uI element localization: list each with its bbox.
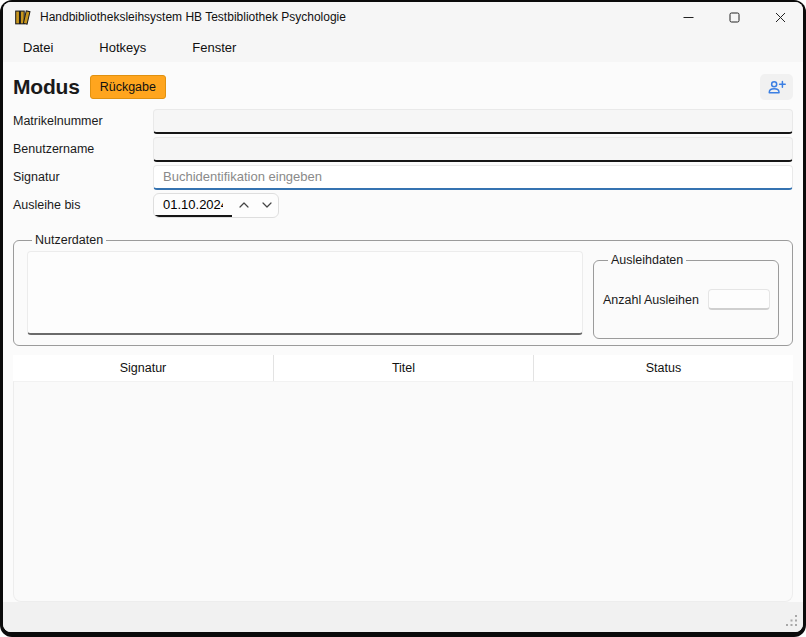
table-body-empty	[13, 381, 793, 602]
nutzerdaten-groupbox: Nutzerdaten Ausleihdaten Anzahl Ausleihe…	[13, 233, 793, 346]
mode-badge[interactable]: Rückgabe	[90, 75, 166, 99]
ausleihdaten-groupbox: Ausleihdaten Anzahl Ausleihen	[593, 253, 779, 339]
add-user-button[interactable]	[760, 74, 793, 100]
menu-item-datei[interactable]: Datei	[21, 36, 55, 59]
loans-table: Signatur Titel Status	[13, 355, 793, 602]
maximize-icon	[729, 12, 740, 23]
signatur-label: Signatur	[13, 170, 153, 184]
window-controls	[665, 2, 803, 32]
nutzerdaten-title: Nutzerdaten	[32, 233, 106, 247]
table-header: Signatur Titel Status	[13, 355, 793, 381]
app-window: Handbibliotheksleihsystem HB Testbibliot…	[3, 2, 803, 632]
anzahl-row: Anzahl Ausleihen	[603, 289, 769, 310]
status-bar	[3, 602, 803, 632]
column-header-status[interactable]: Status	[533, 355, 793, 381]
spin-up-button[interactable]	[232, 194, 255, 217]
close-button[interactable]	[757, 2, 803, 32]
content-area: Modus Rückgabe Matrikelnummer Benutzerna	[3, 62, 803, 602]
signatur-input[interactable]	[153, 165, 793, 190]
chevron-down-icon	[262, 202, 272, 208]
mode-title: Modus	[13, 75, 80, 99]
form-row-matrikelnummer: Matrikelnummer	[13, 108, 793, 134]
close-icon	[775, 12, 786, 23]
person-add-icon	[767, 80, 786, 95]
maximize-button[interactable]	[711, 2, 757, 32]
title-bar: Handbibliotheksleihsystem HB Testbibliot…	[3, 2, 803, 32]
matrikelnummer-label: Matrikelnummer	[13, 114, 153, 128]
menu-bar: Datei Hotkeys Fenster	[3, 32, 803, 62]
benutzername-label: Benutzername	[13, 142, 153, 156]
mode-row: Modus Rückgabe	[13, 72, 793, 102]
form-row-signatur: Signatur	[13, 164, 793, 190]
minimize-icon	[683, 12, 694, 23]
column-header-titel[interactable]: Titel	[273, 355, 533, 381]
ausleihe-bis-label: Ausleihe bis	[13, 198, 153, 212]
books-icon	[14, 9, 31, 26]
menu-item-fenster[interactable]: Fenster	[190, 36, 238, 59]
anzahl-ausleihen-input[interactable]	[708, 289, 770, 310]
chevron-up-icon	[239, 202, 249, 208]
nutzerdaten-textarea[interactable]	[27, 251, 583, 335]
date-spinner	[153, 193, 279, 218]
minimize-button[interactable]	[665, 2, 711, 32]
anzahl-ausleihen-label: Anzahl Ausleihen	[603, 293, 699, 307]
window-title: Handbibliotheksleihsystem HB Testbibliot…	[40, 10, 346, 24]
form-row-benutzername: Benutzername	[13, 136, 793, 162]
form-row-ausleihe-bis: Ausleihe bis	[13, 192, 793, 218]
resize-grip[interactable]	[786, 615, 798, 627]
matrikelnummer-input[interactable]	[153, 109, 793, 134]
ausleihdaten-title: Ausleihdaten	[608, 253, 686, 267]
menu-item-hotkeys[interactable]: Hotkeys	[97, 36, 148, 59]
form: Matrikelnummer Benutzername Signatur Aus…	[13, 108, 793, 220]
column-header-signatur[interactable]: Signatur	[13, 355, 273, 381]
benutzername-input[interactable]	[153, 137, 793, 162]
window-frame: Handbibliotheksleihsystem HB Testbibliot…	[0, 0, 806, 637]
spin-down-button[interactable]	[255, 194, 278, 217]
date-input[interactable]	[154, 194, 232, 217]
nutzerdaten-inner: Ausleihdaten Anzahl Ausleihen	[27, 251, 779, 339]
